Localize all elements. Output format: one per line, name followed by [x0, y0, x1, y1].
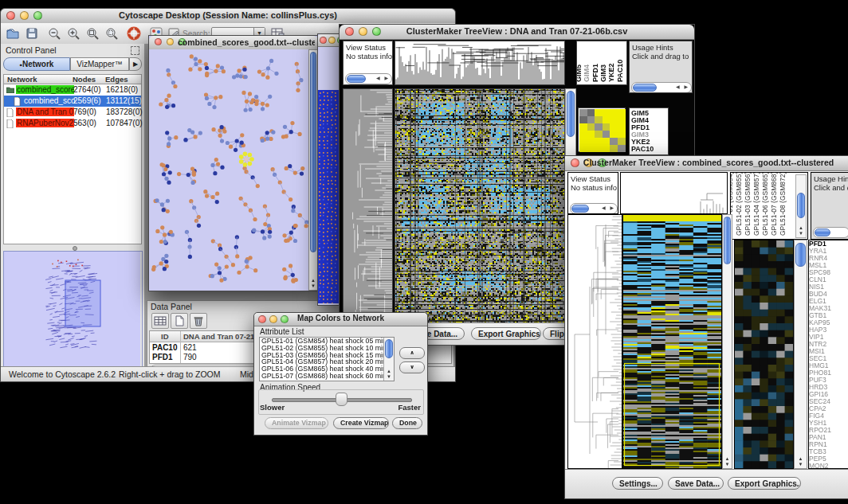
tv2-column-dendrogram-canvas[interactable]: [621, 173, 727, 213]
overview-splitter[interactable]: [3, 244, 142, 251]
attribute-list[interactable]: GPL51-01 (GSM854) heat shock 05 minGPL51…: [259, 337, 395, 381]
tv1-column-dendrogram[interactable]: [395, 41, 565, 85]
matrix-cell[interactable]: [579, 138, 587, 145]
matrix-cell[interactable]: [595, 109, 603, 116]
tab-overflow-arrow[interactable]: ▶: [129, 57, 142, 71]
overview-canvas[interactable]: [4, 252, 140, 366]
network-list-row[interactable]: DNA and Tran 07769(0)183728(0): [4, 107, 141, 118]
network-canvas-area[interactable]: [149, 49, 308, 291]
matrix-cell[interactable]: [579, 116, 587, 123]
matrix-cell[interactable]: [603, 116, 610, 123]
delete-attribute-icon[interactable]: [190, 313, 207, 329]
float-panel-icon[interactable]: [131, 46, 139, 55]
network-name[interactable]: DNA and Tran 07: [16, 107, 74, 116]
tv2-main-heatmap-canvas[interactable]: [623, 215, 721, 468]
attribute-list-item[interactable]: GPL51-07 (GSM868) heat shock 60 min: [260, 373, 394, 380]
matrix-cell[interactable]: [610, 131, 618, 138]
network-overview-panel[interactable]: [3, 251, 143, 369]
tv2-button-settings[interactable]: Settings...: [612, 477, 663, 490]
tv1-row-dendrogram[interactable]: [343, 88, 393, 324]
move-down-button[interactable]: ∨: [399, 361, 425, 373]
create-vizmap-button[interactable]: Create Vizmap: [333, 417, 389, 429]
network-name[interactable]: combined_scores_: [16, 85, 74, 94]
tv1-main-heatmap[interactable]: [395, 88, 565, 324]
matrix-cell[interactable]: [595, 123, 603, 131]
tv2-gene-list[interactable]: PFD1YRA1RNR4MSL1SPC98CLN1NIS1BUD4ELG1MAK…: [808, 240, 848, 469]
matrix-cell[interactable]: [587, 123, 595, 131]
attribute-list-vscrollbar[interactable]: ▲▼: [383, 338, 394, 381]
speed-slider-thumb[interactable]: [336, 393, 347, 406]
close-button[interactable]: [320, 37, 327, 44]
tv2-zoom-heatmap[interactable]: [734, 240, 794, 469]
tv1-button-export-graphics[interactable]: Export Graphics...: [471, 327, 541, 340]
matrix-cell[interactable]: [603, 123, 610, 131]
tv2-zoom-vscrollbar[interactable]: ▲▼: [794, 240, 807, 469]
tv2-column-labels[interactable]: GPL51-01 (GSM854)GPL51-02 (GSM855)GPL51-…: [730, 172, 808, 240]
animate-vizmap-button[interactable]: Animate Vizmap: [265, 417, 328, 429]
open-file-icon[interactable]: [6, 26, 20, 41]
attribute-select-icon[interactable]: [151, 313, 169, 329]
tv2-hints-hscrollbar[interactable]: [813, 227, 848, 238]
tv1-gene-list[interactable]: GIM5GIM4PFD1GIM3YKE2PAC10: [629, 107, 669, 155]
tv2-row-dendrogram-canvas[interactable]: [568, 215, 622, 468]
matrix-cell[interactable]: [603, 138, 610, 145]
matrix-cell[interactable]: [579, 145, 587, 152]
done-button[interactable]: Done: [392, 417, 422, 429]
close-button[interactable]: [155, 38, 162, 45]
matrix-cell[interactable]: [618, 131, 626, 138]
tv2-labels-vscrollbar[interactable]: ▲▼: [795, 174, 807, 238]
matrix-cell[interactable]: [587, 145, 595, 152]
matrix-cell[interactable]: [603, 145, 610, 152]
tv2-gene-label[interactable]: MON2: [809, 463, 848, 469]
tab-network[interactable]: 🞄Network: [3, 57, 70, 71]
matrix-cell[interactable]: [610, 116, 618, 123]
matrix-cell[interactable]: [595, 116, 603, 123]
map-dialog-titlebar[interactable]: Map Colors to Network: [254, 313, 427, 326]
table-row[interactable]: PAC10: [152, 343, 178, 352]
matrix-cell[interactable]: [610, 123, 618, 131]
matrix-cell[interactable]: [579, 131, 587, 138]
new-attribute-icon[interactable]: [171, 313, 188, 329]
network-name[interactable]: RNAPuberNov2+: [16, 119, 74, 127]
network-list-row[interactable]: RNAPuberNov2+563(0)107847(0): [4, 118, 141, 129]
tv2-status-hscrollbar[interactable]: ◀ ▶: [570, 203, 618, 214]
tv1-main-heatmap-canvas[interactable]: [395, 89, 564, 323]
tv1-hints-hscrollbar[interactable]: ◀ ▶: [631, 82, 692, 93]
matrix-cell[interactable]: [610, 109, 618, 116]
matrix-cell[interactable]: [618, 109, 626, 116]
matrix-cell[interactable]: [603, 109, 610, 116]
treeview2-titlebar[interactable]: ClusterMaker TreeView : combined_scores_…: [565, 156, 848, 171]
zoom-out-icon[interactable]: [47, 26, 61, 41]
move-up-button[interactable]: ∧: [399, 347, 425, 359]
tv2-zoom-heatmap-canvas[interactable]: [735, 240, 793, 468]
minimize-button[interactable]: [328, 37, 336, 44]
matrix-cell[interactable]: [618, 138, 626, 145]
matrix-cell[interactable]: [587, 109, 595, 116]
network-view-titlebar[interactable]: combined_scores_good.txt--cluste...: [149, 36, 318, 50]
tv2-button-export-graphics[interactable]: Export Graphics...: [728, 477, 801, 490]
save-icon[interactable]: [25, 26, 39, 41]
tv2-button-save-data[interactable]: Save Data...: [668, 477, 724, 490]
tv1-gene-label[interactable]: PAC10: [631, 146, 668, 153]
treeview1-titlebar[interactable]: ClusterMaker TreeView : DNA and Tran 07-…: [340, 25, 694, 40]
tv1-row-dendrogram-canvas[interactable]: [344, 89, 392, 323]
tv2-row-dendrogram[interactable]: [567, 214, 622, 469]
matrix-cell[interactable]: [618, 145, 626, 152]
matrix-cell[interactable]: [587, 138, 595, 145]
tv1-column-labels[interactable]: GIM5GIM4PFD1GIM3YKE2PAC10: [576, 41, 627, 85]
matrix-cell[interactable]: [595, 145, 603, 152]
main-titlebar[interactable]: Cytoscape Desktop (Session Name: collins…: [1, 9, 455, 24]
zoom-fit-icon[interactable]: [85, 26, 100, 41]
zoom-in-icon[interactable]: [66, 26, 80, 41]
matrix-cell[interactable]: [603, 131, 610, 138]
minimize-button[interactable]: [167, 38, 174, 45]
tab-vizmapper[interactable]: VizMapper™: [70, 57, 129, 71]
matrix-cell[interactable]: [595, 138, 603, 145]
matrix-cell[interactable]: [587, 116, 595, 123]
network-table-header[interactable]: Network Nodes Edges: [3, 74, 142, 84]
help-lifering-icon[interactable]: [127, 26, 141, 41]
matrix-cell[interactable]: [610, 138, 618, 145]
tv2-heatmap-vscrollbar[interactable]: ▲▼: [722, 214, 732, 469]
tv1-status-hscrollbar[interactable]: ◀ ▶: [345, 73, 392, 84]
network-graph-canvas[interactable]: [149, 49, 308, 290]
